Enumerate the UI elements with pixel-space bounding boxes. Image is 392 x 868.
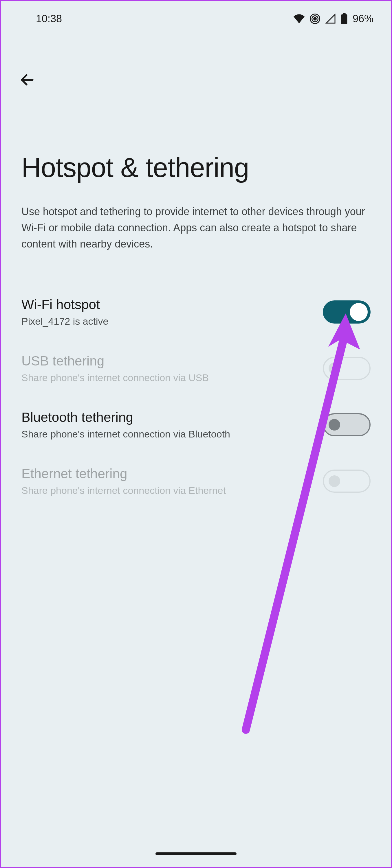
svg-rect-3 <box>341 14 347 24</box>
setting-usb-tethering: USB tethering Share phone's internet con… <box>1 340 391 396</box>
arrow-left-icon <box>19 72 35 88</box>
setting-bluetooth-tethering: Bluetooth tethering Share phone's intern… <box>1 396 391 453</box>
page-description: Use hotspot and tethering to provide int… <box>22 204 370 252</box>
setting-ethernet-tethering-text: Ethernet tethering Share phone's interne… <box>22 466 323 496</box>
cellular-icon <box>326 13 336 24</box>
svg-rect-4 <box>343 13 346 15</box>
setting-ethernet-tethering: Ethernet tethering Share phone's interne… <box>1 453 391 509</box>
setting-usb-tethering-text: USB tethering Share phone's internet con… <box>22 353 323 383</box>
status-time: 10:38 <box>36 13 62 25</box>
setting-wifi-hotspot-title: Wi-Fi hotspot <box>22 297 302 312</box>
setting-usb-tethering-title: USB tethering <box>22 353 323 369</box>
toggle-thumb <box>329 419 340 431</box>
battery-icon <box>341 13 347 24</box>
setting-ethernet-tethering-subtitle: Share phone's internet connection via Et… <box>22 485 323 496</box>
setting-bluetooth-tethering-subtitle: Share phone's internet connection via Bl… <box>22 429 323 440</box>
setting-usb-tethering-subtitle: Share phone's internet connection via US… <box>22 372 323 383</box>
usb-tethering-toggle <box>323 357 370 380</box>
wifi-icon <box>293 14 305 24</box>
toggle-thumb <box>350 303 368 321</box>
toggle-thumb <box>329 475 340 487</box>
device-frame: 10:38 <box>0 0 392 868</box>
bluetooth-tethering-toggle[interactable] <box>323 413 370 436</box>
wifi-hotspot-toggle[interactable] <box>323 301 370 323</box>
svg-point-0 <box>313 18 316 20</box>
status-icons: 96% <box>293 13 373 25</box>
back-button[interactable] <box>16 68 39 91</box>
ethernet-tethering-toggle <box>323 470 370 493</box>
status-bar: 10:38 <box>1 1 391 31</box>
toggle-thumb <box>329 363 340 374</box>
setting-bluetooth-tethering-title: Bluetooth tethering <box>22 409 323 425</box>
hotspot-icon <box>310 13 320 24</box>
setting-wifi-hotspot-subtitle: Pixel_4172 is active <box>22 316 302 327</box>
setting-wifi-hotspot: Wi-Fi hotspot Pixel_4172 is active <box>1 284 391 340</box>
divider <box>311 301 311 323</box>
page-title: Hotspot & tethering <box>22 152 370 183</box>
setting-ethernet-tethering-title: Ethernet tethering <box>22 466 323 482</box>
setting-wifi-hotspot-text[interactable]: Wi-Fi hotspot Pixel_4172 is active <box>22 297 302 327</box>
battery-percent: 96% <box>353 13 373 25</box>
setting-bluetooth-tethering-text[interactable]: Bluetooth tethering Share phone's intern… <box>22 409 323 440</box>
navigation-bar[interactable] <box>156 852 236 855</box>
